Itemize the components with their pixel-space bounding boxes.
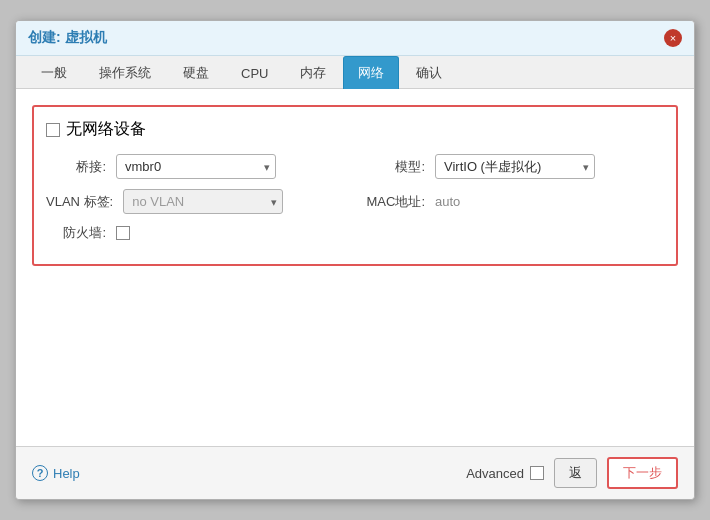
model-select[interactable]: VirtIO (半虚拟化)	[435, 154, 595, 179]
help-button[interactable]: ? Help	[32, 465, 80, 481]
no-network-label: 无网络设备	[66, 119, 146, 140]
close-button[interactable]: ×	[664, 29, 682, 47]
advanced-row: Advanced	[466, 466, 544, 481]
advanced-checkbox[interactable]	[530, 466, 544, 480]
dialog-title: 创建: 虚拟机	[28, 29, 107, 47]
model-group: 模型: VirtIO (半虚拟化)	[365, 154, 664, 179]
dialog-footer: ? Help Advanced 返 下一步	[16, 446, 694, 499]
vlan-mac-row: VLAN 标签: no VLAN MAC地址: auto	[46, 189, 664, 214]
back-button[interactable]: 返	[554, 458, 597, 488]
create-vm-dialog: 创建: 虚拟机 × 一般 操作系统 硬盘 CPU 内存 网络 确认 无网络设备 …	[15, 20, 695, 500]
vlan-group: VLAN 标签: no VLAN	[46, 189, 345, 214]
vlan-select-wrapper: no VLAN	[123, 189, 283, 214]
help-label: Help	[53, 466, 80, 481]
tab-bar: 一般 操作系统 硬盘 CPU 内存 网络 确认	[16, 56, 694, 89]
tab-cpu[interactable]: CPU	[226, 58, 283, 88]
vlan-label: VLAN 标签:	[46, 193, 113, 211]
mac-group: MAC地址: auto	[365, 193, 664, 211]
footer-right: Advanced 返 下一步	[466, 457, 678, 489]
vlan-select[interactable]: no VLAN	[123, 189, 283, 214]
tab-memory[interactable]: 内存	[285, 56, 341, 89]
dialog-header: 创建: 虚拟机 ×	[16, 21, 694, 56]
bridge-group: 桥接: vmbr0	[46, 154, 345, 179]
next-button[interactable]: 下一步	[607, 457, 678, 489]
bridge-select-wrapper: vmbr0	[116, 154, 276, 179]
no-network-checkbox[interactable]	[46, 123, 60, 137]
bridge-label: 桥接:	[46, 158, 106, 176]
no-network-row: 无网络设备	[46, 119, 664, 140]
firewall-checkbox[interactable]	[116, 226, 130, 240]
mac-value: auto	[435, 194, 460, 209]
firewall-row: 防火墙:	[46, 224, 664, 242]
model-label: 模型:	[365, 158, 425, 176]
bridge-model-row: 桥接: vmbr0 模型: VirtIO (半虚拟化)	[46, 154, 664, 179]
tab-general[interactable]: 一般	[26, 56, 82, 89]
tab-os[interactable]: 操作系统	[84, 56, 166, 89]
tab-confirm[interactable]: 确认	[401, 56, 457, 89]
advanced-label: Advanced	[466, 466, 524, 481]
mac-label: MAC地址:	[365, 193, 425, 211]
network-config-box: 无网络设备 桥接: vmbr0 模型: VirtIO (半虚拟	[32, 105, 678, 266]
dialog-body: 无网络设备 桥接: vmbr0 模型: VirtIO (半虚拟	[16, 89, 694, 446]
tab-network[interactable]: 网络	[343, 56, 399, 89]
help-icon: ?	[32, 465, 48, 481]
firewall-label: 防火墙:	[46, 224, 106, 242]
tab-disk[interactable]: 硬盘	[168, 56, 224, 89]
bridge-select[interactable]: vmbr0	[116, 154, 276, 179]
model-select-wrapper: VirtIO (半虚拟化)	[435, 154, 595, 179]
